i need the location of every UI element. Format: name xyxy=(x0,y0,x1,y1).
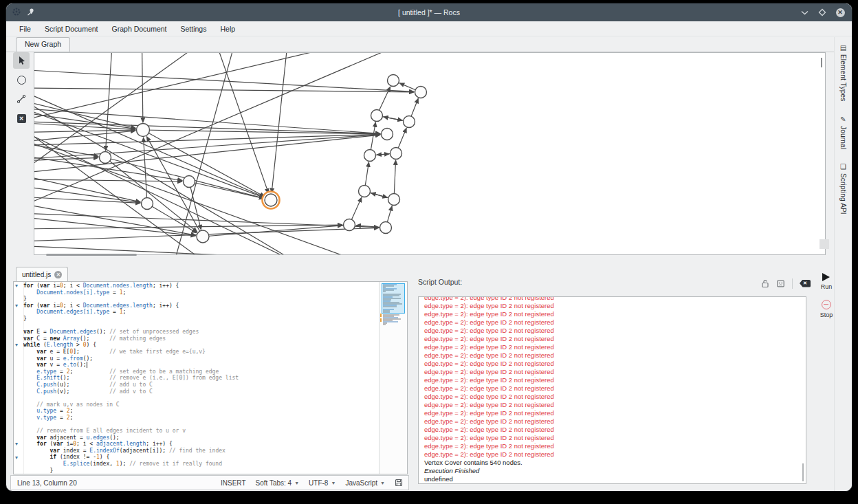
graph-canvas[interactable] xyxy=(34,52,826,255)
graph-edge[interactable] xyxy=(143,130,380,134)
code-line: u.type = 2; xyxy=(23,408,380,415)
edge-icon xyxy=(16,94,26,104)
graph-edge[interactable] xyxy=(34,53,469,230)
lock-icon[interactable] xyxy=(761,279,769,288)
graph-node[interactable] xyxy=(184,176,195,188)
dock-tab-scripting-api[interactable]: ❏Scripting API xyxy=(839,163,847,215)
maximize-button[interactable] xyxy=(817,8,827,17)
graph-node[interactable] xyxy=(415,87,427,98)
graph-node-selected[interactable] xyxy=(265,194,277,206)
graph-edge[interactable] xyxy=(106,53,113,151)
graph-edge[interactable] xyxy=(272,53,290,193)
graph-node[interactable] xyxy=(359,186,371,197)
graph-edge[interactable] xyxy=(146,137,203,237)
minimize-button[interactable] xyxy=(800,8,809,17)
dock-tab-label: Journal xyxy=(839,126,847,149)
fold-marker-icon[interactable]: ▾ xyxy=(15,342,18,349)
canvas-vertical-scrollbar[interactable] xyxy=(821,58,822,67)
code-editor[interactable]: ▾▾▾▾▾ for (var i=0; i < Document.nodes.l… xyxy=(13,281,408,474)
minimap-viewport[interactable] xyxy=(382,283,405,314)
fold-marker-icon[interactable]: ▾ xyxy=(15,283,18,289)
graph-edge[interactable] xyxy=(142,53,143,122)
graph-node[interactable] xyxy=(380,222,392,234)
add-edge-tool-button[interactable] xyxy=(13,91,30,107)
output-error-line: edge.type = 2): edge type ID 2 not regis… xyxy=(424,302,806,310)
debug-output-icon[interactable] xyxy=(776,279,785,288)
save-icon[interactable] xyxy=(395,479,403,487)
output-error-line: edge.type = 2): edge type ID 2 not regis… xyxy=(424,310,806,318)
close-button[interactable]: ✕ xyxy=(835,8,845,17)
graph-edge[interactable] xyxy=(34,87,414,92)
circle-icon xyxy=(17,76,26,85)
graph-edge[interactable] xyxy=(203,226,342,237)
language-dropdown[interactable]: JavaScript▼ xyxy=(345,479,385,487)
graph-node[interactable] xyxy=(388,194,400,206)
graph-edge[interactable] xyxy=(34,179,140,203)
menu-item-file[interactable]: File xyxy=(13,23,37,35)
graph-edge[interactable] xyxy=(34,135,380,163)
fold-marker-icon[interactable]: ▾ xyxy=(15,303,18,309)
menu-item-help[interactable]: Help xyxy=(214,23,241,35)
graph-edge[interactable] xyxy=(34,130,135,133)
dock-tab-journal[interactable]: ✎Journal xyxy=(839,116,847,149)
encoding-dropdown[interactable]: UTF-8▼ xyxy=(309,479,336,487)
dock-tab-element-types[interactable]: ▤Element Types xyxy=(839,44,847,102)
graph-edge[interactable] xyxy=(34,163,140,202)
insert-mode-label[interactable]: INSERT xyxy=(221,479,246,487)
soft-tabs-dropdown[interactable]: Soft Tabs: 4▼ xyxy=(256,479,300,487)
editor-tabbar: untitled.js ✕ xyxy=(10,265,409,281)
graph-edge[interactable] xyxy=(34,243,359,254)
rocs-window: [ untitled ]* — Rocs ✕ FileScript Docume… xyxy=(6,3,852,492)
menu-item-script-document[interactable]: Script Document xyxy=(38,23,104,35)
select-tool-button[interactable] xyxy=(13,52,30,69)
run-button[interactable]: Run xyxy=(821,273,833,290)
graph-node[interactable] xyxy=(197,230,209,243)
graph-node[interactable] xyxy=(382,129,393,140)
add-node-tool-button[interactable] xyxy=(13,72,30,88)
output-error-line: edge.type = 2): edge type ID 2 not regis… xyxy=(424,360,806,368)
clear-output-icon[interactable]: ✕ xyxy=(800,280,811,287)
output-error-line: edge.type = 2): edge type ID 2 not regis… xyxy=(424,401,806,409)
delete-tool-button[interactable]: ✕ xyxy=(13,110,30,127)
graph-node[interactable] xyxy=(388,75,399,87)
fold-margin[interactable]: ▾▾▾▾▾ xyxy=(14,282,24,474)
fold-marker-icon[interactable]: ▾ xyxy=(15,454,18,461)
canvas-horizontal-scrollbar[interactable] xyxy=(46,254,137,256)
graph-node[interactable] xyxy=(137,124,150,137)
output-error-line: edge.type = 2): edge type ID 2 not regis… xyxy=(424,376,806,384)
output-error-line: edge.type = 2): edge type ID 2 not regis… xyxy=(424,434,806,442)
code-line: var index = E.indexOf(adjacent[i]); // f… xyxy=(23,448,380,454)
editor-minimap[interactable] xyxy=(379,282,407,474)
output-scrollbar[interactable] xyxy=(802,463,804,481)
code-line: } xyxy=(23,316,380,322)
output-error-line: edge.type = 2): edge type ID 2 not regis… xyxy=(424,351,806,360)
graph-edge[interactable] xyxy=(34,179,182,182)
script-output-label: Script Output: xyxy=(418,278,462,286)
graph-edge[interactable] xyxy=(144,138,147,204)
tab-new-graph[interactable]: New Graph xyxy=(16,37,70,52)
menu-item-graph-document[interactable]: Graph Document xyxy=(106,23,173,35)
graph-node[interactable] xyxy=(142,198,153,210)
element-types-icon: ▤ xyxy=(840,44,846,52)
graph-node[interactable] xyxy=(344,219,355,231)
stop-icon xyxy=(822,300,831,309)
code-area[interactable]: for (var i=0; i < Document.nodes.length;… xyxy=(23,283,380,474)
code-line: Document.nodes[i].type = 1; xyxy=(23,289,380,296)
graph-node[interactable] xyxy=(364,150,376,162)
tab-untitled-js[interactable]: untitled.js ✕ xyxy=(16,267,68,282)
close-tab-icon[interactable]: ✕ xyxy=(54,271,62,278)
cursor-position-label: Line 13, Column 20 xyxy=(17,479,77,487)
graph-edge[interactable] xyxy=(34,67,414,91)
stop-button[interactable]: Stop xyxy=(820,300,833,318)
dock-tab-label: Scripting API xyxy=(839,173,847,215)
graph-node[interactable] xyxy=(371,110,383,122)
graph-edge[interactable] xyxy=(34,87,135,128)
cursor-icon xyxy=(17,56,26,65)
graph-node[interactable] xyxy=(100,152,111,164)
menu-item-settings[interactable]: Settings xyxy=(175,23,213,35)
menubar: FileScript DocumentGraph DocumentSetting… xyxy=(6,21,852,36)
graph-node[interactable] xyxy=(390,148,402,160)
graph-toolbar: ✕ xyxy=(10,52,32,254)
graph-node[interactable] xyxy=(404,116,415,128)
fold-marker-icon[interactable]: ▾ xyxy=(15,441,18,448)
